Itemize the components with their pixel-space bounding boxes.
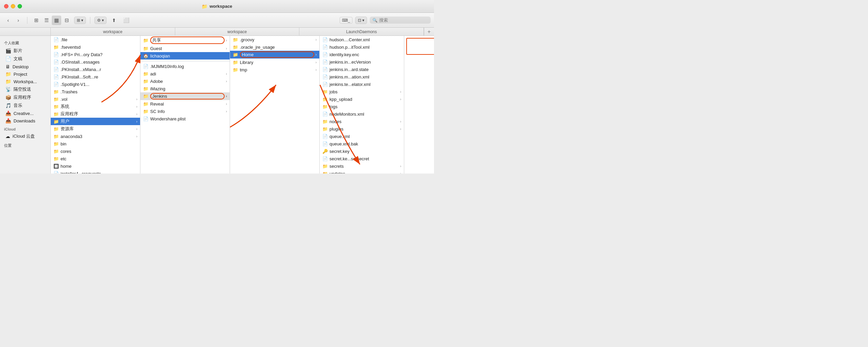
list-item-shared[interactable]: 📁 共享 › (140, 36, 230, 45)
list-item[interactable]: 📄nodeMonitors.xml (320, 110, 404, 118)
list-item[interactable]: 📄hudson.p...itTool.xml (320, 43, 404, 51)
tag-button[interactable]: ⬜ (121, 16, 131, 25)
titlebar: 📁 workspace (0, 0, 434, 13)
icon-view-button[interactable]: ⊞ (31, 16, 41, 25)
list-item[interactable]: 📄.PKInstall...xMana...r (51, 66, 140, 73)
list-item[interactable]: 📁应用程序› (51, 110, 140, 118)
folder-icon: 📁 (233, 45, 238, 50)
list-item-trashes[interactable]: 📁.Trashes (51, 88, 140, 95)
terminal-button[interactable]: ⌨_ (340, 17, 352, 24)
sidebar-item-documents[interactable]: 📄 文稿 (1, 55, 49, 63)
list-item[interactable]: 📁kpp_upload› (320, 95, 404, 103)
list-item[interactable]: 📁iMazing (140, 85, 230, 92)
list-item[interactable]: 📄identity.key.enc (320, 51, 404, 58)
list-item[interactable]: 📄.PKInstall...Soft...re (51, 73, 140, 80)
list-item[interactable]: 📄jenkins.in...ard.state (320, 66, 404, 73)
arrow-icon: › (400, 120, 401, 123)
list-item[interactable]: 📄jenkins.m...ation.xml (320, 73, 404, 80)
list-item[interactable]: 🔲home (51, 162, 140, 170)
list-item[interactable]: 📄jenkins.in...ecVersion (320, 58, 404, 66)
list-item[interactable]: 📄.OSInstall...essages (51, 58, 140, 66)
list-item[interactable]: 📁Adobe› (140, 77, 230, 85)
forward-button[interactable]: › (14, 16, 23, 25)
back-button[interactable]: ‹ (3, 16, 13, 25)
search-input[interactable] (379, 18, 428, 23)
list-item-jenkins[interactable]: 📁 Jenkins › (140, 92, 230, 100)
list-item[interactable]: 📁plugins› (320, 125, 404, 133)
sidebar-item-workspace[interactable]: 📁 Workshpa... (1, 78, 49, 85)
list-item-users[interactable]: 📁用户› (51, 118, 140, 125)
list-item[interactable]: 📄installer.f...erequests (51, 170, 140, 174)
list-item[interactable]: 📁jobs› (320, 88, 404, 95)
sidebar-item-applications[interactable]: 📦 应用程序 (1, 93, 49, 101)
list-item[interactable]: 📁SC Info› (140, 108, 230, 115)
action-button[interactable]: ⚙ ▾ (94, 17, 107, 24)
folder-icon: 📁 (53, 104, 59, 109)
list-item-guest[interactable]: 📁 Guest › (140, 45, 230, 52)
list-item[interactable]: 📁.vol› (51, 95, 140, 103)
list-item[interactable]: 📁.fseventsd (51, 43, 140, 51)
folder-icon: 📁 (53, 97, 59, 102)
list-view-button[interactable]: ☰ (42, 16, 51, 25)
list-item[interactable]: 📁系统› (51, 103, 140, 110)
column-headers: workspace workspace LaunchDaemons + (0, 28, 434, 36)
list-item-lichaoqian[interactable]: 🏠 lichaoqian (140, 52, 230, 60)
add-column-button[interactable]: + (424, 28, 434, 36)
list-item[interactable]: 📄hudson....Center.xml (320, 36, 404, 43)
column-view-button[interactable]: ▦ (52, 16, 61, 25)
list-item[interactable]: 📁.groovy› (230, 36, 319, 43)
list-item[interactable]: 📄secret.ke...so-secret (320, 155, 404, 162)
file-icon: 📄 (143, 116, 149, 121)
folder-icon: 📁 (53, 134, 59, 139)
list-item[interactable]: 📁bin (51, 140, 140, 147)
list-item[interactable]: 📄.file (51, 36, 140, 43)
list-item[interactable]: 📄.HFS+ Pri...ory Data? (51, 51, 140, 58)
red-box-placeholder (406, 38, 434, 55)
list-item[interactable]: 📁updates› (320, 170, 404, 174)
list-item[interactable]: 📁资源库› (51, 125, 140, 133)
list-item[interactable]: 📁Reveal› (140, 100, 230, 108)
list-item[interactable]: 📁.oracle_jre_usage (230, 43, 319, 51)
sidebar-item-icloud[interactable]: ☁ iCloud 云盘 (1, 132, 49, 140)
sidebar-item-project[interactable]: 📁 Project (1, 70, 49, 78)
list-item[interactable]: 📁adi› (140, 70, 230, 77)
list-item-home[interactable]: 📁 Home › (230, 51, 319, 59)
sidebar-item-desktop[interactable]: 🖥 Desktop (1, 63, 49, 70)
sidebar-item-creative[interactable]: 📥 Creative... (1, 110, 49, 117)
list-item[interactable]: 📄queue.xml (320, 133, 404, 140)
list-item[interactable]: 🔑secret.key (320, 147, 404, 155)
list-item[interactable]: 📄.Spotlight-V1... (51, 80, 140, 88)
list-item[interactable]: 📁tmp› (230, 66, 319, 73)
list-item[interactable]: 📄.MJMM10Info.log (140, 63, 230, 70)
group-button[interactable]: ⊞ ▾ (74, 17, 86, 24)
arrow-icon: › (400, 90, 401, 94)
list-item[interactable]: 📁etc (51, 155, 140, 162)
folder-icon: 📁 (322, 119, 328, 124)
list-item[interactable]: 📄queue.xml.bak (320, 140, 404, 147)
list-item[interactable]: 📁anaconda3› (51, 133, 140, 140)
list-item[interactable]: 📄Wondershare.plist (140, 115, 230, 122)
list-item[interactable]: 📁Library› (230, 59, 319, 66)
search-box[interactable]: 🔍 (370, 17, 431, 24)
list-item[interactable]: 📁secrets› (320, 162, 404, 170)
finder-icon: ⊡ (358, 18, 361, 23)
main-layout: 个人收藏 🎬 影片 📄 文稿 🖥 Desktop 📁 Project 📁 Wor… (0, 36, 434, 174)
sidebar-item-movies[interactable]: 🎬 影片 (1, 47, 49, 55)
list-item[interactable]: 📁nodes› (320, 118, 404, 125)
fullscreen-button[interactable] (18, 4, 22, 8)
finder-col-5 (404, 36, 434, 174)
list-item[interactable]: 📄jenkins.te...elator.xml (320, 80, 404, 88)
list-item[interactable]: 📁logs (320, 103, 404, 110)
arrow-icon: › (136, 112, 137, 116)
minimize-button[interactable] (11, 4, 15, 8)
gallery-view-button[interactable]: ⊟ (62, 16, 71, 25)
close-button[interactable] (4, 4, 8, 8)
folder-icon: 📁 (143, 94, 149, 99)
share-button[interactable]: ⬆ (109, 16, 119, 25)
sidebar-item-airdrop[interactable]: 📡 隔空投送 (1, 85, 49, 93)
list-item[interactable]: 📁cores (51, 147, 140, 155)
finder-icon-button[interactable]: ⊡ ▾ (355, 17, 367, 24)
arrow-icon: › (316, 53, 317, 56)
sidebar-item-music[interactable]: 🎵 音乐 (1, 101, 49, 110)
sidebar-item-downloads[interactable]: 📥 Downloads (1, 117, 49, 124)
